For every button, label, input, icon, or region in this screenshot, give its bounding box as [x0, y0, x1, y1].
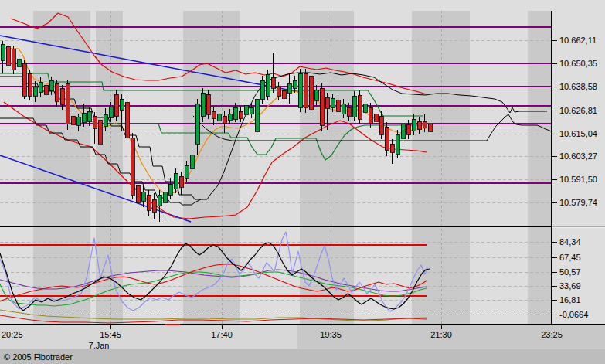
candle — [98, 120, 102, 144]
candle — [1, 44, 5, 60]
axis-price-label: 10.603,27 — [559, 151, 597, 161]
candle — [423, 121, 427, 128]
candle — [109, 107, 113, 117]
axis-time-label: 23:25 — [541, 330, 563, 339]
candle — [49, 80, 53, 90]
candle — [228, 114, 232, 120]
candle — [266, 74, 270, 96]
axis-price-label: 50,57 — [559, 267, 581, 277]
axis-price-label: 10.650,35 — [559, 59, 597, 68]
candle — [120, 99, 124, 110]
candle — [271, 77, 275, 88]
axis-time-label: 15:45 — [100, 330, 121, 339]
candle — [260, 80, 264, 99]
candle — [331, 98, 335, 107]
candle — [325, 97, 329, 108]
candle — [125, 102, 129, 138]
candle — [141, 192, 145, 201]
axis-time-label: 21:30 — [430, 330, 452, 339]
candle — [320, 88, 324, 125]
candle — [298, 73, 302, 107]
candle — [277, 87, 280, 96]
candle — [347, 107, 351, 116]
axis-price-label: 67,45 — [559, 253, 581, 262]
candle — [93, 116, 97, 128]
candle — [82, 113, 86, 122]
candle — [293, 80, 297, 88]
axis-price-label: 10.579,74 — [559, 198, 597, 207]
candle — [244, 105, 248, 114]
candle — [374, 114, 378, 121]
axis-time-label: 20:25 — [2, 330, 23, 339]
candle — [212, 111, 216, 118]
candle — [6, 46, 10, 65]
candle — [401, 124, 405, 138]
axis-price-label: 10.615,04 — [559, 129, 597, 138]
candle — [39, 82, 42, 92]
candle — [250, 107, 253, 114]
axis-price-label: 33,69 — [559, 281, 581, 291]
candle — [136, 185, 140, 202]
chart-canvas[interactable]: 10.662,1110.650,3510.638,5810.626,8110.6… — [0, 0, 605, 364]
copyright-label: © 2005 Fibotrader — [4, 352, 73, 362]
candle — [201, 93, 205, 116]
candle — [44, 85, 48, 94]
axis-price-label: -0,0664 — [559, 310, 588, 319]
candle — [190, 155, 194, 168]
candle — [168, 184, 172, 195]
candle — [363, 104, 367, 112]
candle — [336, 100, 340, 111]
candle — [217, 114, 221, 121]
candle — [87, 111, 91, 121]
candle — [33, 87, 37, 96]
candle — [342, 104, 345, 114]
candle — [152, 199, 156, 212]
candle — [233, 107, 237, 119]
candle — [131, 138, 134, 195]
candle — [417, 121, 421, 129]
candle — [406, 124, 410, 134]
candle — [147, 195, 151, 210]
axis-price-label: 10.591,50 — [559, 175, 597, 184]
candle — [163, 192, 167, 202]
candle — [287, 83, 291, 93]
axis-price-label: 16,81 — [559, 295, 581, 304]
axis-price-label: 10.638,58 — [559, 82, 597, 91]
candle — [66, 83, 70, 124]
candle — [71, 116, 75, 124]
candle — [314, 90, 318, 100]
candle — [428, 124, 432, 131]
candle — [158, 195, 161, 206]
axis-time-label: 19:35 — [320, 330, 342, 339]
axis-date-label: 7.Jan — [89, 341, 110, 350]
candle — [55, 83, 59, 101]
candle — [385, 127, 389, 150]
candle — [174, 173, 178, 189]
candle — [369, 107, 372, 123]
candle — [114, 94, 118, 116]
candle — [379, 116, 383, 134]
candle — [195, 104, 199, 144]
candle — [352, 96, 356, 117]
candle — [396, 134, 399, 154]
candle — [282, 90, 286, 98]
candle — [28, 73, 32, 96]
candle — [12, 49, 15, 70]
candle — [104, 114, 107, 126]
axis-time-label: 17:40 — [211, 330, 233, 339]
candle — [304, 73, 308, 107]
axis-price-label: 84,34 — [559, 237, 581, 247]
candle — [358, 95, 362, 119]
candle — [239, 111, 243, 118]
candle — [179, 176, 183, 187]
candle — [206, 94, 210, 114]
candle — [22, 63, 26, 96]
candle — [309, 76, 313, 109]
candle — [390, 144, 394, 152]
candle — [76, 117, 80, 125]
axis-price-label: 10.662,11 — [559, 36, 597, 45]
candle — [60, 88, 64, 104]
candle — [255, 99, 259, 131]
candle — [412, 119, 416, 131]
candle — [17, 59, 21, 66]
